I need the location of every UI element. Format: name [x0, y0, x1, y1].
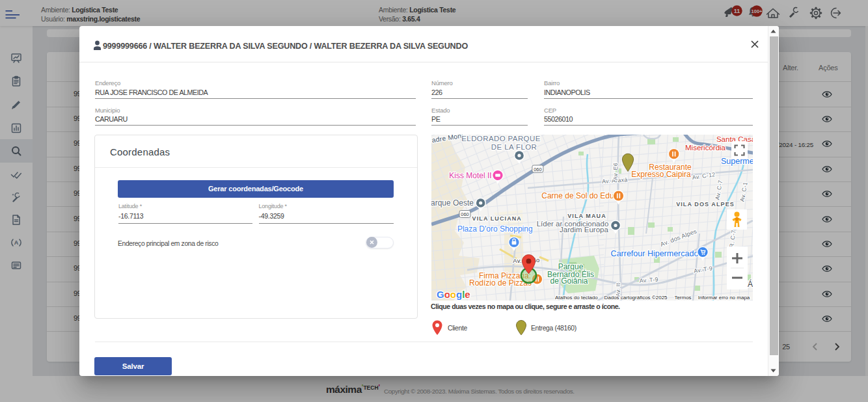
svg-text:Plaza D'oro Shopping: Plaza D'oro Shopping [457, 224, 533, 234]
svg-text:Termos: Termos [674, 295, 691, 301]
svg-text:DE LA FLOR: DE LA FLOR [491, 143, 537, 151]
svg-text:Parque Oeste: Parque Oeste [431, 198, 474, 208]
svg-text:060: 060 [534, 167, 542, 172]
svg-text:Misericórdia: Misericórdia [685, 144, 726, 152]
svg-text:Dados cartográficos ©2025: Dados cartográficos ©2025 [604, 295, 668, 301]
svg-text:060: 060 [461, 211, 469, 217]
svg-text:VILA MAUA: VILA MAUA [567, 213, 606, 219]
svg-text:Carne de Sol do Edu: Carne de Sol do Edu [541, 191, 614, 200]
svg-text:ELDORADO PARQUE: ELDORADO PARQUE [461, 135, 540, 142]
svg-text:VILA LUCIANA: VILA LUCIANA [472, 215, 522, 222]
svg-text:Atalhos do teclado: Atalhos do teclado [555, 295, 598, 301]
svg-text:Kiss Motel II: Kiss Motel II [449, 171, 491, 180]
svg-text:Google: Google [437, 289, 470, 300]
svg-text:Informar erro no mapa: Informar erro no mapa [698, 295, 750, 301]
svg-text:Av. E6: Av. E6 [612, 163, 619, 180]
svg-text:Jardim Europa: Jardim Europa [560, 226, 608, 234]
svg-text:Expresso Caipira: Expresso Caipira [631, 170, 691, 179]
svg-text:VILA DOS ALPES: VILA DOS ALPES [676, 201, 735, 208]
svg-text:Carrefour Hipermercado: Carrefour Hipermercado [611, 249, 699, 258]
svg-text:de Goiânia: de Goiânia [550, 276, 588, 286]
svg-text:Av.: Av. [513, 257, 521, 264]
svg-text:Á: Á [748, 279, 753, 289]
